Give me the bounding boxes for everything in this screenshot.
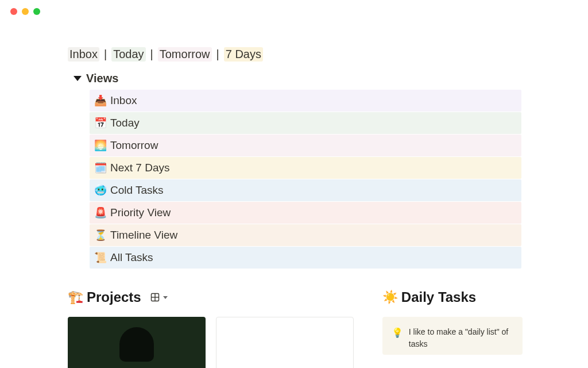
view-priority[interactable]: 🚨 Priority View	[90, 202, 521, 224]
view-cold-tasks[interactable]: 🥶 Cold Tasks	[90, 179, 521, 201]
projects-view-switcher[interactable]	[150, 293, 168, 302]
projects-gallery: HI, I'M THOMAS FRANK.	[68, 317, 359, 368]
views-toggle[interactable]: Views	[74, 72, 523, 85]
projects-section: 🏗️ Projects HI, I'M THOMAS FRANK.	[68, 289, 359, 368]
chevron-down-icon	[163, 296, 168, 299]
project-card-empty[interactable]	[216, 317, 354, 368]
bottom-columns: 🏗️ Projects HI, I'M THOMAS FRANK.	[68, 289, 523, 368]
view-timeline[interactable]: ⏳ Timeline View	[90, 224, 521, 246]
cold-face-icon: 🥶	[94, 184, 110, 197]
hourglass-icon: ⏳	[94, 229, 110, 241]
views-heading: Views	[86, 72, 118, 85]
inbox-icon: 📥	[94, 94, 110, 107]
view-label: Cold Tasks	[110, 184, 164, 197]
view-label: All Tasks	[110, 251, 153, 264]
nav-link-today[interactable]: Today	[111, 47, 145, 62]
view-label: Tomorrow	[110, 139, 158, 152]
minimize-window-button[interactable]	[22, 8, 29, 15]
projects-header: 🏗️ Projects	[68, 289, 359, 305]
view-tomorrow[interactable]: 🌅 Tomorrow	[90, 135, 521, 156]
maximize-window-button[interactable]	[33, 8, 40, 15]
view-today[interactable]: 📅 Today	[90, 112, 521, 134]
view-next-7-days[interactable]: 🗓️ Next 7 Days	[90, 157, 521, 179]
lightbulb-icon: 💡	[392, 326, 403, 350]
project-cover-image	[119, 327, 154, 362]
daily-tasks-section: ☀️ Daily Tasks 💡 I like to make a "daily…	[382, 289, 523, 368]
close-window-button[interactable]	[10, 8, 17, 15]
calendar-icon: 📅	[94, 117, 110, 129]
quick-nav: Inbox | Today | Tomorrow | 7 Days	[68, 47, 523, 62]
nav-link-tomorrow[interactable]: Tomorrow	[158, 47, 212, 62]
daily-tasks-title: Daily Tasks	[401, 289, 476, 305]
daily-tasks-header: ☀️ Daily Tasks	[382, 289, 523, 305]
view-label: Timeline View	[110, 229, 177, 241]
crane-icon: 🏗️	[68, 290, 83, 305]
spiral-calendar-icon: 🗓️	[94, 162, 110, 174]
sun-icon: ☀️	[382, 290, 398, 305]
nav-link-inbox[interactable]: Inbox	[68, 47, 99, 62]
gallery-view-icon	[150, 293, 160, 302]
chevron-down-icon	[74, 76, 82, 81]
nav-separator: |	[99, 48, 111, 61]
view-label: Next 7 Days	[110, 162, 169, 174]
nav-link-7days[interactable]: 7 Days	[224, 47, 263, 62]
project-card[interactable]: HI, I'M THOMAS FRANK.	[68, 317, 206, 368]
view-all-tasks[interactable]: 📜 All Tasks	[90, 247, 521, 269]
daily-callout: 💡 I like to make a "daily list" of tasks	[382, 317, 523, 355]
page-content: Inbox | Today | Tomorrow | 7 Days Views …	[0, 15, 523, 368]
nav-separator: |	[212, 48, 224, 61]
sunrise-icon: 🌅	[94, 139, 110, 152]
window-controls	[0, 0, 588, 15]
view-label: Today	[110, 117, 140, 129]
view-inbox[interactable]: 📥 Inbox	[90, 90, 521, 112]
scroll-icon: 📜	[94, 251, 110, 264]
siren-icon: 🚨	[94, 206, 110, 219]
nav-separator: |	[146, 48, 158, 61]
view-label: Priority View	[110, 206, 171, 219]
callout-text: I like to make a "daily list" of tasks	[409, 326, 513, 350]
projects-title: Projects	[87, 289, 141, 305]
views-list: 📥 Inbox 📅 Today 🌅 Tomorrow 🗓️ Next 7 Day…	[90, 90, 521, 269]
view-label: Inbox	[110, 94, 137, 107]
